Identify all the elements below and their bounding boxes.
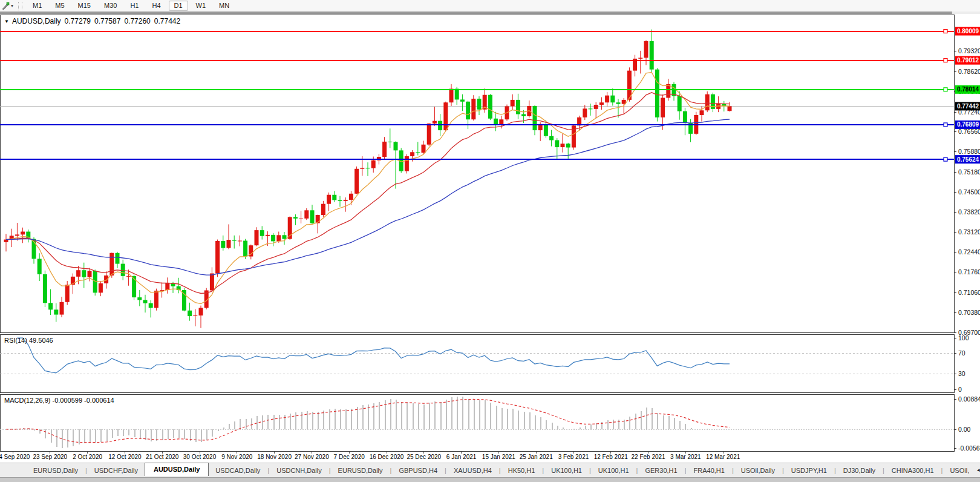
candle-body: [555, 140, 559, 147]
hline-handle[interactable]: [944, 88, 947, 91]
candle-body: [661, 98, 665, 117]
timeframe-button-D1[interactable]: D1: [169, 1, 188, 11]
axis-tick-label: 0.71760: [958, 268, 980, 276]
candle-body: [405, 156, 409, 171]
candle-body: [683, 111, 687, 123]
timeframe-button-H1[interactable]: H1: [125, 1, 144, 11]
tab-CHINA300-H1[interactable]: CHINA300,H1: [885, 465, 941, 476]
candle-body: [438, 121, 442, 130]
price-tag-0.76809-text: 0.76809: [957, 121, 979, 128]
tab-USDCNH-Daily[interactable]: USDCNH,Daily: [270, 465, 328, 476]
candle-body: [533, 106, 537, 130]
candle-body: [599, 102, 604, 105]
hline-handle[interactable]: [944, 157, 947, 161]
timeframe-button-W1[interactable]: W1: [191, 1, 212, 11]
candle-body: [276, 235, 281, 241]
candle-body: [433, 121, 437, 124]
candle-body: [227, 240, 231, 248]
candle-body: [366, 168, 370, 168]
scrollbar-thumb[interactable]: [0, 12, 952, 14]
tab-EURUSD-Daily[interactable]: EURUSD,Daily: [27, 465, 85, 476]
tab-DJ30-Daily[interactable]: DJ30,Daily: [837, 465, 882, 476]
drawing-tool-button[interactable]: ▾: [0, 1, 16, 11]
timeframe-button-M1[interactable]: M1: [27, 1, 47, 11]
candle-body: [605, 96, 609, 103]
candle-body: [304, 210, 309, 219]
timeframe-button-M30[interactable]: M30: [99, 1, 122, 11]
hline-handle[interactable]: [944, 30, 947, 33]
time-tick-label: 14 Sep 2020: [0, 454, 30, 460]
candle-body: [54, 309, 58, 314]
tab-AUDUSD-Daily[interactable]: AUDUSD,Daily: [145, 463, 209, 476]
status-strip: [0, 477, 980, 482]
candle-body: [360, 168, 364, 168]
candle-body: [638, 58, 642, 58]
time-tick-label: 25 Jan 2021: [520, 454, 553, 460]
candle-body: [394, 142, 398, 150]
time-tick-label: 23 Sep 2020: [33, 454, 67, 460]
chart-canvas[interactable]: 0.793200.786200.779400.772400.765600.758…: [0, 0, 980, 482]
timeframe-button-M5[interactable]: M5: [50, 1, 70, 11]
candle-body: [104, 276, 108, 283]
rsi-axis-label: 30: [958, 370, 965, 377]
candle-body: [215, 241, 220, 274]
mt4-window: { "icons": { "chart_menu": "▼", "dropdow…: [0, 0, 980, 482]
rsi-name: RSI(14): [4, 337, 27, 344]
axis-tick-label: 0.78620: [958, 68, 980, 75]
candle-body: [544, 124, 548, 136]
axis-tick-label: 0.74500: [958, 188, 980, 196]
tab-EURUSD-Daily[interactable]: EURUSD,Daily: [332, 465, 390, 476]
candle-body: [121, 264, 125, 276]
time-tick-label: 22 Feb 2021: [632, 454, 666, 460]
chart-title: ▼AUDUSD,Daily0.772790.775870.772600.7744…: [4, 17, 180, 25]
axis-tick-label: 0.73120: [958, 228, 980, 236]
tab-USOil-Daily[interactable]: USOil,Daily: [734, 465, 782, 476]
axis-tick-label: 0.71060: [958, 289, 980, 296]
tab-USDJPY-H1[interactable]: USDJPY,H1: [785, 465, 834, 476]
candle-body: [293, 217, 298, 218]
candle-body: [43, 274, 47, 303]
time-tick-label: 15 Jan 2021: [482, 454, 515, 460]
time-tick-label: 12 Oct 2020: [108, 454, 142, 460]
time-axis: 14 Sep 202023 Sep 20202 Oct 202012 Oct 2…: [0, 452, 740, 460]
chart-horizontal-scrollbar[interactable]: [0, 12, 980, 14]
tab-HK50-H1[interactable]: HK50,H1: [501, 465, 542, 476]
timeframe-button-MN[interactable]: MN: [214, 1, 235, 11]
macd-name: MACD(12,26,9): [4, 397, 50, 404]
candle-body: [243, 240, 247, 256]
price-tag-0.75624-text: 0.75624: [957, 156, 979, 163]
candle-body: [283, 235, 287, 239]
ohlc-high: 0.77587: [94, 17, 120, 25]
tab-UK100-H1[interactable]: UK100,H1: [544, 465, 589, 476]
rsi-axis-label: 100: [958, 334, 969, 342]
tab-GBPUSD-H4[interactable]: GBPUSD,H4: [392, 465, 444, 476]
tab-XAUUSD-H4[interactable]: XAUUSD,H4: [447, 465, 498, 476]
timeframe-button-M15[interactable]: M15: [73, 1, 96, 11]
tab-USDCAD-Daily[interactable]: USDCAD,Daily: [209, 465, 267, 476]
price-tag-0.78014-text: 0.78014: [957, 86, 979, 93]
tab-USDCHF-Daily[interactable]: USDCHF,Daily: [88, 465, 145, 476]
time-tick-label: 3 Mar 2021: [670, 454, 701, 460]
candle-body: [422, 145, 426, 153]
tab-scroll-left-icon[interactable]: ◄: [976, 467, 980, 473]
toolbar-grip[interactable]: [18, 2, 22, 10]
tab-USOil-[interactable]: USOil,: [943, 465, 976, 476]
candle-body: [266, 235, 270, 236]
tabs-container: EURUSD,Daily|USDCHF,DailyAUDUSD,DailyUSD…: [27, 465, 976, 476]
hline-handle[interactable]: [944, 123, 947, 127]
tab-GER30-H1[interactable]: GER30,H1: [638, 465, 684, 476]
tab-UK100-H1[interactable]: UK100,H1: [592, 465, 636, 476]
candle-body: [82, 270, 86, 277]
time-tick-label: 2 Oct 2020: [73, 454, 102, 460]
candle-body: [354, 169, 359, 194]
candle-body: [15, 234, 19, 236]
main-panel: [1, 15, 955, 333]
tab-FRA40-H1[interactable]: FRA40,H1: [687, 465, 731, 476]
rsi-value: 49.5046: [29, 337, 53, 344]
candle-body: [165, 283, 169, 290]
chart-menu-icon[interactable]: ▼: [4, 19, 9, 24]
candle-body: [349, 194, 353, 200]
candle-body: [371, 160, 376, 168]
timeframe-button-H4[interactable]: H4: [146, 1, 166, 11]
hline-handle[interactable]: [944, 59, 947, 62]
